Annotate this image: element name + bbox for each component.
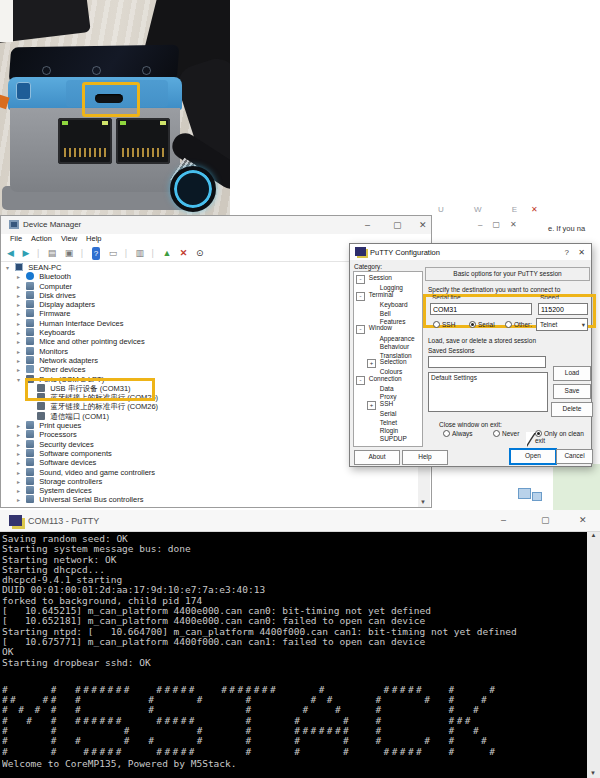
help-icon[interactable]: ? — [92, 247, 100, 260]
menu-item[interactable]: File — [10, 234, 22, 243]
category-label-text: Connection — [369, 375, 402, 382]
category-tree-item[interactable]: Proxy — [354, 391, 422, 399]
about-button[interactable]: About — [354, 450, 400, 465]
category-tree-item[interactable]: Keyboard — [354, 299, 422, 307]
separator: | — [37, 247, 39, 260]
category-tree-item[interactable]: Bell — [354, 308, 422, 316]
category-tree-item[interactable]: - Connection — [354, 375, 422, 383]
expander-box-icon[interactable]: - — [356, 292, 365, 301]
load-button[interactable]: Load — [553, 366, 591, 381]
category-tree-item[interactable]: Appearance — [354, 333, 422, 341]
exit-clean-radio[interactable]: Only on clean exit — [535, 430, 591, 444]
window-title: Device Manager — [23, 220, 81, 229]
scroll-down-icon[interactable] — [420, 499, 426, 505]
help-button[interactable]: Help — [402, 450, 448, 465]
menu-item[interactable]: Help — [86, 234, 101, 243]
terminal-scrollbar[interactable] — [587, 532, 600, 778]
device-type-icon — [26, 421, 34, 429]
category-tree-item[interactable]: Features — [354, 316, 422, 324]
back-icon[interactable]: ◀ — [7, 247, 14, 260]
category-tree-item[interactable]: Serial — [354, 408, 422, 416]
minimize-button[interactable] — [501, 515, 506, 525]
category-tree-item[interactable]: Rlogin — [354, 425, 422, 433]
category-tree-item[interactable]: - Window — [354, 324, 422, 332]
category-tree-item[interactable]: Data — [354, 383, 422, 391]
category-tree-item[interactable]: Translation — [354, 350, 422, 358]
connection-type-ssh[interactable]: SSH — [433, 321, 455, 328]
device-tree-item[interactable]: ▸ Storage controllers — [3, 477, 417, 486]
terminal-titlebar[interactable]: COM113 - PuTTY — [0, 510, 600, 532]
saved-sessions-input[interactable] — [428, 356, 546, 368]
expander-box-icon[interactable]: - — [356, 275, 365, 284]
category-tree-item[interactable]: + SSH — [354, 400, 422, 408]
m5stack-ascii-banner: # # ####### ##### ####### # ##### # # ##… — [2, 685, 586, 757]
device-type-icon — [37, 402, 45, 410]
dialog-close-button[interactable] — [578, 248, 585, 257]
protocol-dropdown[interactable]: Telnet — [536, 318, 588, 331]
console-icon[interactable]: ▣ — [65, 247, 74, 260]
device-tree-item[interactable]: ▸ System devices — [3, 486, 417, 495]
radio-icon[interactable] — [493, 430, 500, 437]
scroll-down-icon[interactable] — [590, 770, 596, 776]
expander-icon[interactable]: ▸ — [14, 496, 23, 505]
session-list[interactable]: Default Settings — [428, 372, 548, 412]
category-tree-item[interactable]: + Selection — [354, 358, 422, 366]
device-label: Other devices — [39, 365, 85, 374]
category-tree-item[interactable]: Colours — [354, 366, 422, 374]
minimize-icon[interactable] — [478, 220, 492, 229]
category-tree-item[interactable]: - Session — [354, 274, 422, 282]
properties-icon[interactable]: ▭ — [109, 247, 118, 260]
terminal-screen[interactable]: Saving random seed: OK Starting system m… — [2, 534, 586, 778]
scroll-up-icon[interactable] — [591, 532, 597, 538]
delete-button[interactable]: Delete — [551, 402, 593, 417]
maximize-icon[interactable] — [492, 220, 510, 229]
radio-icon[interactable] — [433, 321, 440, 328]
list-view-icon[interactable]: ▤ — [48, 247, 57, 260]
category-tree-item[interactable]: Logging — [354, 282, 422, 290]
minimize-button[interactable] — [365, 220, 370, 230]
save-button[interactable]: Save — [553, 384, 591, 399]
serial-line-input[interactable] — [430, 303, 532, 315]
close-button[interactable] — [419, 220, 427, 230]
category-label-text: SSH — [380, 400, 393, 407]
cancel-button[interactable]: Cancel — [556, 449, 593, 464]
expander-box-icon[interactable]: - — [356, 376, 365, 385]
dialog-help-button[interactable] — [565, 248, 569, 257]
exit-always-radio[interactable]: Always — [443, 430, 473, 437]
menu-item[interactable]: View — [61, 234, 77, 243]
session-list-item[interactable]: Default Settings — [431, 374, 545, 381]
close-icon[interactable] — [510, 220, 527, 229]
radio-icon[interactable] — [443, 430, 450, 437]
open-button[interactable]: Open — [509, 448, 557, 465]
radio-label: Always — [452, 430, 473, 437]
speed-input[interactable] — [538, 303, 588, 315]
close-button[interactable] — [579, 515, 587, 525]
device-manager-titlebar[interactable]: Device Manager — [1, 216, 431, 234]
category-tree-item[interactable]: - Terminal — [354, 291, 422, 299]
device-tree-item[interactable]: ▸ Sound, video and game controllers — [3, 468, 417, 477]
radio-checked-icon[interactable] — [469, 321, 476, 328]
category-tree-item[interactable]: Telnet — [354, 417, 422, 425]
radio-checked-icon[interactable] — [535, 430, 542, 437]
radio-icon[interactable] — [505, 321, 512, 328]
category-tree-item[interactable]: SUPDUP — [354, 433, 422, 441]
dialog-titlebar[interactable]: PuTTY Configuration — [350, 244, 591, 260]
exit-never-radio[interactable]: Never — [493, 430, 519, 437]
scan-hardware-icon[interactable]: ⊙ — [196, 247, 204, 260]
expander-icon[interactable]: ▾ — [14, 376, 23, 385]
update-driver-icon[interactable]: ▲ — [162, 247, 171, 260]
maximize-button[interactable] — [393, 220, 402, 230]
expander-box-icon[interactable]: - — [356, 325, 365, 334]
uninstall-device-icon[interactable]: ✕ — [180, 247, 188, 260]
putty-icon — [9, 515, 22, 526]
maximize-button[interactable] — [541, 515, 550, 525]
forward-icon[interactable]: ▶ — [22, 247, 29, 260]
connection-type-serial[interactable]: Serial — [469, 321, 495, 328]
connection-type-other[interactable]: Other: — [505, 321, 532, 328]
device-tree-item[interactable]: ▸ Universal Serial Bus controllers — [3, 495, 417, 504]
category-tree-item[interactable]: Behaviour — [354, 341, 422, 349]
expander-icon[interactable]: ▾ — [3, 264, 12, 273]
touch-button-dot — [92, 66, 101, 75]
menu-item[interactable]: Action — [31, 234, 52, 243]
events-icon[interactable]: ▥ — [136, 247, 145, 260]
